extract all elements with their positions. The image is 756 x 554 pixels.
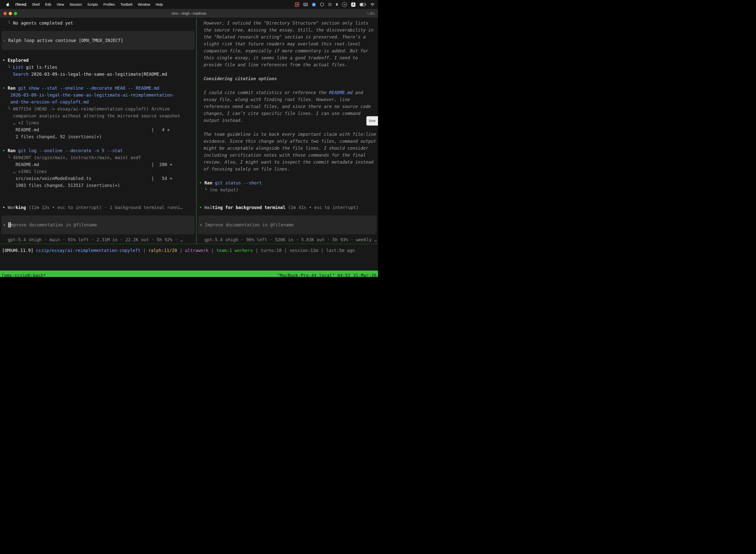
- text-segment: The team guideline is to back every impo…: [204, 132, 378, 171]
- text-segment: Considering citation options: [204, 76, 277, 81]
- menu-item-scripts[interactable]: Scripts: [84, 2, 101, 6]
- text-segment: (no output): [209, 187, 238, 192]
- text-segment: 2026-03-09-is-legal-the-same-as-legitima…: [28, 72, 167, 77]
- terminal-line: • Ran git status --short: [197, 179, 378, 186]
- text-segment: 4b9d30f (origin/main, instructkr/main, m…: [13, 155, 141, 160]
- left-pane-top: └ No agents completed yet› Ralph loop ac…: [0, 19, 196, 189]
- close-window-button[interactable]: [3, 12, 7, 15]
- text-segment: Wai: [204, 205, 212, 210]
- terminal-line: README.md | 4 +: [0, 126, 196, 133]
- prompt-input-box[interactable]: › Improve documentation in @filename: [198, 215, 377, 234]
- tmux-session-window: [omx-cczip0:bash*: [1, 273, 46, 277]
- terminal-line: › Ralph loop active continue [OMX_TMUX_I…: [1, 37, 195, 44]
- omx-status-line: [OMX#0.11.9] cczip/essay/ai-reimplementa…: [0, 247, 378, 254]
- terminal-line: └ 4b9d30f (origin/main, instructkr/main,…: [0, 154, 196, 161]
- terminal-line: • Explored: [0, 57, 196, 64]
- terminal-line: companion analysis without altering the …: [0, 112, 196, 119]
- text-segment: List: [13, 65, 23, 70]
- terminal-line: gpt-5.4 xhigh · main · 91% left · 2.31M …: [0, 236, 196, 243]
- blue-app-icon[interactable]: [312, 3, 316, 6]
- text-segment: •: [2, 148, 8, 153]
- window-title-bar[interactable]: omx --xhigh --madmax ⌥⌘1: [0, 9, 378, 18]
- menu-item-edit[interactable]: Edit: [43, 2, 54, 6]
- text-segment: README.md | 4 +: [2, 127, 170, 132]
- thinking-paragraph: The team guideline is to back every impo…: [197, 131, 378, 172]
- zoom-window-button[interactable]: [14, 12, 17, 15]
- terminal-line: └ 067f154 (HEAD -> essay/ai-reimplementa…: [0, 106, 196, 112]
- text-segment: ralph:11/20: [148, 248, 177, 253]
- text-segment: Ran: [8, 148, 16, 153]
- menu-item-profiles[interactable]: Profiles: [101, 2, 118, 6]
- text-segment: I: [8, 222, 11, 227]
- wifi-icon[interactable]: [370, 3, 375, 6]
- text-segment: session:12m: [290, 248, 318, 253]
- apple-menu-icon[interactable]: [3, 2, 13, 6]
- text-segment: ›: [3, 222, 8, 227]
- terminal-line: gpt-5.4 xhigh · 96% left · 520K in · 5.8…: [197, 236, 378, 243]
- text-segment: I could cite commit statistics or refere…: [204, 90, 329, 95]
- text-segment: src/voice/voiceModeEnabled.ts | 54 +: [2, 176, 172, 181]
- ralph-loop-banner: › Ralph loop active continue [OMX_TMUX_I…: [1, 31, 195, 50]
- text-segment: |: [140, 248, 148, 253]
- text-segment: Ran: [8, 86, 16, 91]
- text-segment: (1m 41s • esc to interrupt): [286, 205, 359, 210]
- text-segment: turns:10: [261, 248, 281, 253]
- window-title: omx --xhigh --madmax: [0, 11, 378, 15]
- terminal-area: └ No agents completed yet› Ralph loop ac…: [0, 18, 378, 244]
- dark-circle-icon[interactable]: [320, 2, 324, 6]
- left-terminal-pane[interactable]: └ No agents completed yet› Ralph loop ac…: [0, 18, 196, 244]
- minimize-window-button[interactable]: [9, 12, 12, 15]
- terminal-line: └ List git ls-files: [0, 64, 196, 71]
- text-segment: git status --short: [212, 180, 262, 185]
- terminal-line: … +2 lines: [0, 119, 196, 126]
- menu-item-shell[interactable]: Shell: [29, 2, 43, 6]
- right-terminal-pane[interactable]: However, I noticed the "Directory Struct…: [197, 18, 378, 244]
- text-segment: (11m 13s • esc to interrupt) · 1 backgro…: [26, 205, 183, 210]
- menu-item-toolbelt[interactable]: Toolbelt: [118, 2, 135, 6]
- terminal-line: • Working (11m 13s • esc to interrupt) ·…: [0, 204, 196, 211]
- text-segment: … +2 lines: [2, 120, 39, 125]
- text-segment: ultrawork: [185, 248, 208, 253]
- text-segment: [OMX#0.11.9]: [2, 248, 36, 253]
- screen-recording-indicator-icon[interactable]: [295, 2, 299, 7]
- prompt-input-box[interactable]: › Improve documentation in @filename: [1, 215, 195, 234]
- text-segment: |: [177, 248, 185, 253]
- text-segment: README.md | 280 +: [2, 162, 172, 167]
- keyboard-icon[interactable]: [303, 3, 308, 6]
- omx-status-row: [OMX#0.11.9] cczip/essay/ai-reimplementa…: [0, 244, 378, 271]
- text-segment: companion analysis without altering the …: [2, 113, 180, 118]
- text-segment: └: [2, 155, 13, 160]
- text-segment: 1903 files changed, 513517 insertions(+): [2, 183, 120, 188]
- gauge-icon[interactable]: .61: [342, 2, 347, 7]
- eight-icon[interactable]: 8: [336, 2, 338, 6]
- text-segment: cczip/essay/ai-reimplementation-copyleft: [36, 248, 140, 253]
- text-segment: •: [2, 205, 8, 210]
- text-segment: king: [16, 205, 26, 210]
- terminal-line: 1903 files changed, 513517 insertions(+): [0, 182, 196, 189]
- terminal-line: └ No agents completed yet: [0, 19, 196, 26]
- traffic-lights: [0, 12, 17, 15]
- record-stop-icon: [295, 2, 299, 7]
- menu-item-window[interactable]: Window: [135, 2, 153, 6]
- text-segment: Improve documentation in @filename: [205, 222, 294, 227]
- battery-icon[interactable]: [360, 3, 366, 6]
- menu-item-help[interactable]: Help: [153, 2, 166, 6]
- text-segment: team:1 workers: [216, 248, 253, 253]
- screen-edge-tooltip[interactable]: Scre: [366, 116, 378, 126]
- menu-item-session[interactable]: Session: [67, 2, 84, 6]
- right-pane-bottom: • Waiting for background terminal (1m 41…: [197, 204, 378, 243]
- text-segment: Wor: [8, 205, 16, 210]
- dots-grid-icon[interactable]: [328, 3, 332, 6]
- left-pane-spacer: [0, 189, 196, 204]
- menu-item-app-name[interactable]: iTerm2: [13, 2, 29, 6]
- terminal-line: › Improve documentation in @filename: [1, 221, 195, 228]
- text-segment: •: [2, 58, 8, 63]
- macos-screen: iTerm2 Shell Edit View Session Scripts P…: [0, 0, 378, 277]
- text-segment: 2 files changed, 92 insertions(+): [2, 134, 102, 139]
- menu-item-view[interactable]: View: [54, 2, 67, 6]
- terminal-line: … +1901 lines: [0, 168, 196, 175]
- text-segment: gpt-5.4 xhigh · 96% left · 520K in · 5.8…: [199, 237, 377, 242]
- tmux-host-clock: "MacBook-Pro-44.local" 04:52 31-Mar-26: [277, 273, 377, 277]
- input-source-icon[interactable]: A: [351, 2, 356, 7]
- text-segment: [OMX_TMUX_INJECT]: [79, 38, 123, 43]
